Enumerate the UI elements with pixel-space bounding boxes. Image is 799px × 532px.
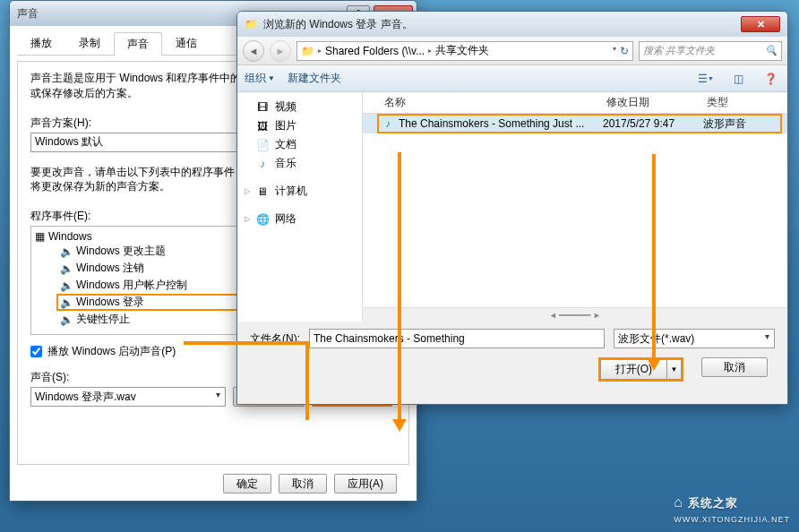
scheme-combo[interactable] [30, 133, 263, 152]
preview-pane-button[interactable]: ◫ [728, 69, 748, 89]
file-list-area: 名称 修改日期 类型 ♪ The Chainsmokers - Somethin… [363, 92, 787, 322]
column-type[interactable]: 类型 [703, 95, 787, 110]
chevron-right-icon: ▷ [245, 187, 250, 195]
watermark-url: WWW.XITONGZHIJIA.NET [674, 515, 790, 524]
watermark: 系统之家 WWW.XITONGZHIJIA.NET [674, 494, 790, 525]
annotation-arrow-head [647, 358, 661, 371]
file-date: 2017/5/27 9:47 [603, 117, 703, 130]
breadcrumb[interactable]: 📁 ▸ Shared Folders (\\v... ▸ 共享文件夹 ▾ ↻ [296, 41, 633, 61]
tree-item-label: Windows 登录 [76, 295, 144, 310]
open-dropdown[interactable]: ▼ [667, 359, 682, 380]
file-type: 波形声音 [703, 116, 787, 132]
folder-icon: 📁 [301, 45, 314, 57]
back-button[interactable]: ◄ [243, 40, 264, 62]
apply-button[interactable]: 应用(A) [334, 474, 397, 493]
sidebar-item-label: 视频 [275, 99, 296, 115]
annotation-arrow [398, 152, 401, 421]
breadcrumb-segment[interactable]: Shared Folders (\\v... [325, 45, 425, 57]
network-icon: 🌐 [255, 213, 270, 226]
search-icon: 🔍 [765, 45, 778, 56]
startup-sound-checkbox[interactable] [30, 346, 42, 357]
breadcrumb-segment[interactable]: 共享文件夹 [435, 43, 489, 58]
chevron-right-icon: ▸ [316, 47, 323, 55]
annotation-arrow [184, 341, 309, 345]
picture-icon: 🖼 [255, 120, 270, 133]
speaker-icon: 🔈 [60, 279, 73, 292]
ok-button[interactable]: 确定 [223, 474, 271, 493]
new-folder-button[interactable]: 新建文件夹 [288, 71, 341, 86]
chevron-down-icon: ▼ [268, 74, 275, 82]
help-button[interactable]: ❓ [760, 69, 780, 89]
speaker-icon: 🔈 [60, 296, 73, 309]
view-options-button[interactable]: ☰ ▼ [696, 69, 716, 89]
document-icon: 📄 [255, 139, 270, 151]
computer-icon: 🖥 [255, 185, 270, 198]
column-date[interactable]: 修改日期 [603, 95, 703, 110]
speaker-icon: 🔈 [60, 245, 73, 258]
column-name[interactable]: 名称 [381, 95, 603, 110]
refresh-icon[interactable]: ↻ [620, 45, 629, 57]
tab-playback[interactable]: 播放 [17, 31, 65, 55]
tree-root-icon: ▦ [35, 230, 45, 243]
sidebar-item-network[interactable]: ▷🌐网络 [237, 210, 362, 228]
close-button[interactable]: ✕ [741, 16, 780, 32]
browse-titlebar[interactable]: 📁 浏览新的 Windows 登录 声音。 ✕ [237, 12, 787, 37]
sidebar-item-label: 音乐 [275, 156, 296, 171]
horizontal-scrollbar[interactable]: ◄ ━━━━━━━ ► [363, 307, 787, 322]
sound-file-combo[interactable] [30, 387, 226, 407]
search-placeholder: 搜索 共享文件夹 [643, 44, 715, 57]
open-button-group: 打开(O) ▼ [598, 357, 683, 382]
chevron-right-icon: ▸ [426, 47, 434, 55]
file-type-filter[interactable] [614, 329, 775, 348]
annotation-arrow-head [392, 419, 407, 432]
tree-root-label: Windows [48, 230, 92, 243]
explorer-toolbar: 组织 ▼ 新建文件夹 ☰ ▼ ◫ ❓ [237, 65, 787, 92]
sidebar-item-computer[interactable]: ▷🖥计算机 [237, 182, 362, 201]
sound-title: 声音 [17, 6, 39, 21]
video-icon: 🎞 [255, 101, 270, 114]
cancel-button[interactable]: 取消 [701, 357, 768, 377]
music-icon: ♪ [255, 158, 270, 170]
nav-bar: ◄ ► 📁 ▸ Shared Folders (\\v... ▸ 共享文件夹 ▾… [237, 37, 787, 65]
annotation-arrow [305, 341, 309, 420]
sidebar-item-video[interactable]: 🎞视频 [237, 98, 362, 116]
tab-communications[interactable]: 通信 [162, 31, 210, 55]
sidebar-item-label: 文档 [275, 137, 296, 152]
audio-file-icon: ♪ [381, 116, 395, 131]
explorer-body: 🎞视频 🖼图片 📄文档 ♪音乐 ▷🖥计算机 ▷🌐网络 名称 修改日期 类型 ♪ … [237, 92, 787, 322]
tree-item-label: Windows 更改主题 [76, 244, 166, 259]
organize-menu[interactable]: 组织 ▼ [245, 71, 275, 86]
chevron-right-icon: ▷ [245, 215, 250, 223]
sidebar-item-music[interactable]: ♪音乐 [237, 154, 362, 173]
cancel-button[interactable]: 取消 [279, 474, 327, 493]
sidebar-item-documents[interactable]: 📄文档 [237, 135, 362, 154]
column-headers: 名称 修改日期 类型 [363, 92, 787, 114]
sidebar-item-label: 计算机 [275, 184, 307, 199]
navigation-pane: 🎞视频 🖼图片 📄文档 ♪音乐 ▷🖥计算机 ▷🌐网络 [237, 92, 363, 322]
folder-icon: 📁 [245, 18, 258, 30]
sidebar-item-label: 图片 [275, 118, 296, 133]
tree-item-label: 关键性停止 [76, 312, 130, 327]
browse-dialog: 📁 浏览新的 Windows 登录 声音。 ✕ ◄ ► 📁 ▸ Shared F… [236, 11, 788, 405]
browse-title: 浏览新的 Windows 登录 声音。 [263, 17, 413, 32]
file-name: The Chainsmokers - Something Just ... [399, 117, 603, 130]
sidebar-item-pictures[interactable]: 🖼图片 [237, 116, 362, 135]
speaker-icon: 🔈 [60, 313, 73, 326]
startup-sound-label: 播放 Windows 启动声音(P) [47, 344, 176, 359]
sidebar-item-label: 网络 [275, 211, 296, 227]
file-dialog-form: 文件名(N): 打开(O) ▼ 取消 [237, 322, 787, 389]
forward-button[interactable]: ► [270, 40, 291, 62]
search-input[interactable]: 搜索 共享文件夹 🔍 [639, 41, 782, 61]
tree-item-label: Windows 用户帐户控制 [76, 278, 187, 293]
dialog-buttons: 确定 取消 应用(A) [17, 465, 409, 495]
filename-input[interactable] [309, 329, 605, 348]
tree-item-label: Windows 注销 [76, 261, 144, 276]
tab-sounds[interactable]: 声音 [114, 32, 162, 56]
tab-recording[interactable]: 录制 [65, 31, 114, 55]
speaker-icon: 🔈 [60, 262, 73, 275]
file-row-selected[interactable]: ♪ The Chainsmokers - Something Just ... … [363, 114, 787, 133]
chevron-down-icon[interactable]: ▾ [611, 45, 618, 57]
annotation-arrow [652, 154, 656, 360]
